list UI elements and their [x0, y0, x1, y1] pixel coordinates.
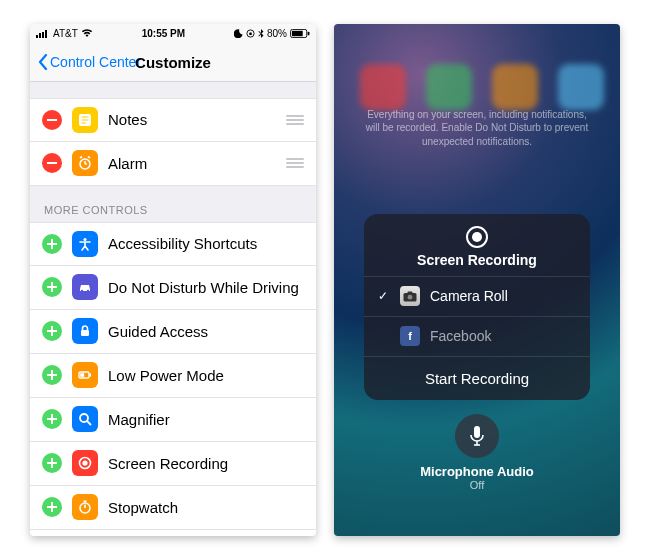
- add-button[interactable]: [42, 234, 62, 254]
- record-icon: [466, 226, 488, 248]
- control-label: Magnifier: [108, 411, 170, 428]
- control-row-alarm[interactable]: Alarm: [30, 142, 316, 186]
- page-title: Customize: [30, 54, 316, 71]
- destination-camera-roll[interactable]: ✓Camera Roll: [364, 276, 590, 316]
- svg-rect-3: [45, 30, 47, 38]
- control-row-guided-access[interactable]: Guided Access: [30, 310, 316, 354]
- svg-rect-7: [292, 31, 303, 36]
- recording-disclaimer: Everything on your screen, including not…: [334, 108, 620, 149]
- svg-rect-24: [80, 373, 84, 377]
- battery-icon: [290, 29, 310, 38]
- remove-button[interactable]: [42, 153, 62, 173]
- car-icon: [72, 274, 98, 300]
- remove-button[interactable]: [42, 110, 62, 130]
- svg-rect-23: [90, 374, 92, 377]
- record-icon: [72, 450, 98, 476]
- recording-panel: Screen Recording ✓Camera RollfFacebook S…: [364, 214, 590, 400]
- more-controls-header: MORE CONTROLS: [30, 186, 316, 222]
- control-row-text-size[interactable]: AAText Size: [30, 530, 316, 536]
- svg-line-17: [88, 157, 90, 159]
- control-label: Accessibility Shortcuts: [108, 235, 257, 252]
- svg-rect-8: [308, 32, 310, 36]
- microphone-state: Off: [334, 479, 620, 491]
- svg-rect-1: [39, 33, 41, 38]
- control-label: Stopwatch: [108, 499, 178, 516]
- svg-rect-2: [42, 32, 44, 38]
- svg-point-18: [83, 237, 86, 240]
- controls-list[interactable]: NotesAlarm MORE CONTROLS Accessibility S…: [30, 82, 316, 536]
- svg-point-33: [408, 294, 413, 299]
- svg-point-19: [81, 290, 83, 292]
- destination-label: Facebook: [430, 328, 491, 344]
- svg-line-26: [87, 421, 91, 425]
- control-row-notes[interactable]: Notes: [30, 98, 316, 142]
- microphone-icon: [469, 425, 485, 447]
- control-label: Notes: [108, 111, 147, 128]
- lock-icon: [72, 318, 98, 344]
- reorder-handle[interactable]: [286, 158, 304, 168]
- svg-rect-0: [36, 35, 38, 38]
- control-label: Low Power Mode: [108, 367, 224, 384]
- control-row-accessibility-shortcuts[interactable]: Accessibility Shortcuts: [30, 222, 316, 266]
- control-row-magnifier[interactable]: Magnifier: [30, 398, 316, 442]
- svg-line-16: [80, 157, 82, 159]
- signal-icon: [36, 30, 50, 38]
- control-label: Screen Recording: [108, 455, 228, 472]
- settings-screen: AT&T 10:55 PM 80% Control Center Customi…: [30, 24, 316, 536]
- status-bar: AT&T 10:55 PM 80%: [30, 24, 316, 44]
- alarm-icon: [72, 150, 98, 176]
- rotation-lock-icon: [246, 29, 255, 38]
- control-row-stopwatch[interactable]: Stopwatch: [30, 486, 316, 530]
- clock-label: 10:55 PM: [142, 28, 185, 39]
- svg-point-28: [82, 460, 87, 465]
- search-icon: [72, 406, 98, 432]
- battery-pct: 80%: [267, 28, 287, 39]
- nav-bar: Control Center Customize: [30, 44, 316, 82]
- control-label: Guided Access: [108, 323, 208, 340]
- add-button[interactable]: [42, 497, 62, 517]
- bluetooth-icon: [258, 29, 264, 39]
- add-button[interactable]: [42, 277, 62, 297]
- destination-facebook[interactable]: fFacebook: [364, 316, 590, 356]
- accessibility-icon: [72, 231, 98, 257]
- svg-point-20: [87, 290, 89, 292]
- reorder-handle[interactable]: [286, 115, 304, 125]
- stopwatch-icon: [72, 494, 98, 520]
- panel-title: Screen Recording: [364, 252, 590, 268]
- checkmark-icon: ✓: [378, 289, 390, 303]
- add-button[interactable]: [42, 321, 62, 341]
- svg-rect-34: [408, 291, 413, 293]
- svg-rect-31: [84, 501, 87, 503]
- add-button[interactable]: [42, 409, 62, 429]
- screen-recording-sheet: Everything on your screen, including not…: [334, 24, 620, 536]
- battery-icon: [72, 362, 98, 388]
- control-label: Alarm: [108, 155, 147, 172]
- svg-rect-21: [81, 330, 89, 336]
- start-recording-button[interactable]: Start Recording: [364, 356, 590, 400]
- camera-roll-icon: [400, 286, 420, 306]
- facebook-icon: f: [400, 326, 420, 346]
- microphone-label: Microphone Audio: [334, 464, 620, 479]
- notes-icon: [72, 107, 98, 133]
- destination-label: Camera Roll: [430, 288, 508, 304]
- control-row-screen-recording[interactable]: Screen Recording: [30, 442, 316, 486]
- add-button[interactable]: [42, 453, 62, 473]
- dnd-icon: [234, 29, 243, 38]
- wifi-icon: [81, 29, 93, 38]
- control-label: Do Not Disturb While Driving: [108, 279, 299, 296]
- carrier-label: AT&T: [53, 28, 78, 39]
- control-row-low-power-mode[interactable]: Low Power Mode: [30, 354, 316, 398]
- svg-rect-5: [249, 33, 252, 35]
- control-row-do-not-disturb-while-driving[interactable]: Do Not Disturb While Driving: [30, 266, 316, 310]
- svg-rect-35: [474, 426, 480, 438]
- microphone-toggle[interactable]: [455, 414, 499, 458]
- add-button[interactable]: [42, 365, 62, 385]
